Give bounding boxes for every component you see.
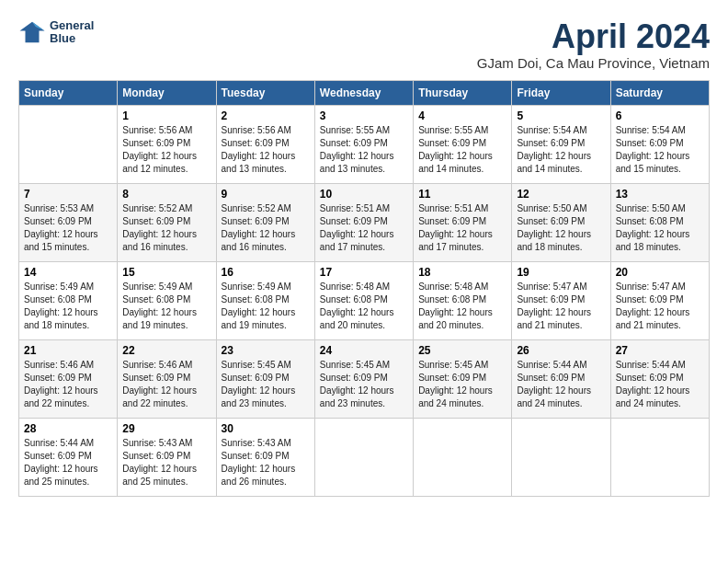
day-cell: 19Sunrise: 5:47 AM Sunset: 6:09 PM Dayli… [512,261,610,339]
logo-line2: Blue [50,32,94,45]
day-number: 15 [122,266,210,279]
day-number: 12 [517,188,605,201]
week-row-3: 14Sunrise: 5:49 AM Sunset: 6:08 PM Dayli… [19,261,710,339]
day-info: Sunrise: 5:47 AM Sunset: 6:09 PM Dayligh… [616,281,704,332]
day-info: Sunrise: 5:45 AM Sunset: 6:09 PM Dayligh… [418,359,506,410]
location: GJam Doi, Ca Mau Province, Vietnam [477,55,710,71]
day-info: Sunrise: 5:55 AM Sunset: 6:09 PM Dayligh… [418,124,506,176]
day-cell: 1Sunrise: 5:56 AM Sunset: 6:09 PM Daylig… [118,105,216,183]
day-number: 4 [418,109,506,122]
day-info: Sunrise: 5:49 AM Sunset: 6:08 PM Dayligh… [24,281,112,332]
day-cell [19,105,118,183]
day-number: 28 [24,422,112,435]
col-header-sunday: Sunday [19,80,118,105]
day-number: 29 [122,422,210,435]
page-header: General Blue April 2024 GJam Doi, Ca Mau… [18,18,710,71]
calendar-header-row: SundayMondayTuesdayWednesdayThursdayFrid… [19,80,710,105]
day-info: Sunrise: 5:50 AM Sunset: 6:09 PM Dayligh… [517,202,605,254]
day-cell: 24Sunrise: 5:45 AM Sunset: 6:09 PM Dayli… [314,339,413,418]
day-cell: 21Sunrise: 5:46 AM Sunset: 6:09 PM Dayli… [19,339,118,418]
day-info: Sunrise: 5:49 AM Sunset: 6:08 PM Dayligh… [222,281,310,332]
day-number: 3 [320,109,408,122]
day-cell: 23Sunrise: 5:45 AM Sunset: 6:09 PM Dayli… [216,339,314,418]
logo-text: General Blue [50,19,94,46]
day-cell: 10Sunrise: 5:51 AM Sunset: 6:09 PM Dayli… [314,183,413,261]
day-cell: 20Sunrise: 5:47 AM Sunset: 6:09 PM Dayli… [610,261,709,339]
day-cell: 14Sunrise: 5:49 AM Sunset: 6:08 PM Dayli… [19,261,118,339]
logo-line1: General [50,19,94,32]
day-number: 21 [24,344,112,357]
day-info: Sunrise: 5:45 AM Sunset: 6:09 PM Dayligh… [320,359,408,410]
day-cell: 17Sunrise: 5:48 AM Sunset: 6:08 PM Dayli… [314,261,413,339]
day-cell [610,418,709,496]
day-cell: 6Sunrise: 5:54 AM Sunset: 6:09 PM Daylig… [610,105,709,183]
day-info: Sunrise: 5:44 AM Sunset: 6:09 PM Dayligh… [24,437,112,488]
day-number: 11 [418,188,506,201]
day-number: 16 [222,266,310,279]
day-cell: 13Sunrise: 5:50 AM Sunset: 6:08 PM Dayli… [610,183,709,261]
day-info: Sunrise: 5:51 AM Sunset: 6:09 PM Dayligh… [320,202,408,254]
day-cell: 2Sunrise: 5:56 AM Sunset: 6:09 PM Daylig… [216,105,314,183]
title-block: April 2024 GJam Doi, Ca Mau Province, Vi… [477,18,710,71]
day-info: Sunrise: 5:56 AM Sunset: 6:09 PM Dayligh… [122,124,210,176]
week-row-4: 21Sunrise: 5:46 AM Sunset: 6:09 PM Dayli… [19,339,710,418]
col-header-tuesday: Tuesday [216,80,314,105]
day-cell: 12Sunrise: 5:50 AM Sunset: 6:09 PM Dayli… [512,183,610,261]
day-number: 9 [222,188,310,201]
day-number: 19 [517,266,605,279]
day-info: Sunrise: 5:55 AM Sunset: 6:09 PM Dayligh… [320,124,408,176]
day-info: Sunrise: 5:46 AM Sunset: 6:09 PM Dayligh… [122,359,210,410]
day-info: Sunrise: 5:54 AM Sunset: 6:09 PM Dayligh… [616,124,704,176]
day-cell: 5Sunrise: 5:54 AM Sunset: 6:09 PM Daylig… [512,105,610,183]
day-cell: 15Sunrise: 5:49 AM Sunset: 6:08 PM Dayli… [118,261,216,339]
day-cell: 26Sunrise: 5:44 AM Sunset: 6:09 PM Dayli… [512,339,610,418]
day-number: 14 [24,266,112,279]
day-cell: 9Sunrise: 5:52 AM Sunset: 6:09 PM Daylig… [216,183,314,261]
logo: General Blue [18,18,94,46]
col-header-thursday: Thursday [414,80,512,105]
col-header-wednesday: Wednesday [314,80,413,105]
day-info: Sunrise: 5:49 AM Sunset: 6:08 PM Dayligh… [122,281,210,332]
logo-icon [18,18,46,46]
col-header-saturday: Saturday [610,80,709,105]
day-number: 8 [122,188,210,201]
day-number: 30 [222,422,310,435]
month-title: April 2024 [477,18,710,55]
day-info: Sunrise: 5:51 AM Sunset: 6:09 PM Dayligh… [418,202,506,254]
col-header-monday: Monday [118,80,216,105]
day-cell: 29Sunrise: 5:43 AM Sunset: 6:09 PM Dayli… [118,418,216,496]
day-info: Sunrise: 5:52 AM Sunset: 6:09 PM Dayligh… [122,202,210,254]
day-number: 26 [517,344,605,357]
day-number: 5 [517,109,605,122]
day-info: Sunrise: 5:53 AM Sunset: 6:09 PM Dayligh… [24,202,112,254]
day-number: 7 [24,188,112,201]
day-number: 18 [418,266,506,279]
day-number: 25 [418,344,506,357]
day-info: Sunrise: 5:45 AM Sunset: 6:09 PM Dayligh… [222,359,310,410]
day-cell: 8Sunrise: 5:52 AM Sunset: 6:09 PM Daylig… [118,183,216,261]
day-cell: 16Sunrise: 5:49 AM Sunset: 6:08 PM Dayli… [216,261,314,339]
day-number: 23 [222,344,310,357]
day-cell [314,418,413,496]
day-cell: 28Sunrise: 5:44 AM Sunset: 6:09 PM Dayli… [19,418,118,496]
day-cell: 27Sunrise: 5:44 AM Sunset: 6:09 PM Dayli… [610,339,709,418]
day-number: 1 [122,109,210,122]
day-cell: 30Sunrise: 5:43 AM Sunset: 6:09 PM Dayli… [216,418,314,496]
day-number: 2 [222,109,310,122]
day-info: Sunrise: 5:48 AM Sunset: 6:08 PM Dayligh… [320,281,408,332]
day-cell: 4Sunrise: 5:55 AM Sunset: 6:09 PM Daylig… [414,105,512,183]
week-row-2: 7Sunrise: 5:53 AM Sunset: 6:09 PM Daylig… [19,183,710,261]
day-info: Sunrise: 5:47 AM Sunset: 6:09 PM Dayligh… [517,281,605,332]
svg-marker-0 [20,22,45,43]
day-cell [512,418,610,496]
day-number: 27 [616,344,704,357]
day-number: 20 [616,266,704,279]
day-info: Sunrise: 5:43 AM Sunset: 6:09 PM Dayligh… [122,437,210,488]
day-cell [414,418,512,496]
day-number: 6 [616,109,704,122]
day-cell: 11Sunrise: 5:51 AM Sunset: 6:09 PM Dayli… [414,183,512,261]
day-cell: 3Sunrise: 5:55 AM Sunset: 6:09 PM Daylig… [314,105,413,183]
day-info: Sunrise: 5:44 AM Sunset: 6:09 PM Dayligh… [616,359,704,410]
day-number: 10 [320,188,408,201]
day-number: 22 [122,344,210,357]
